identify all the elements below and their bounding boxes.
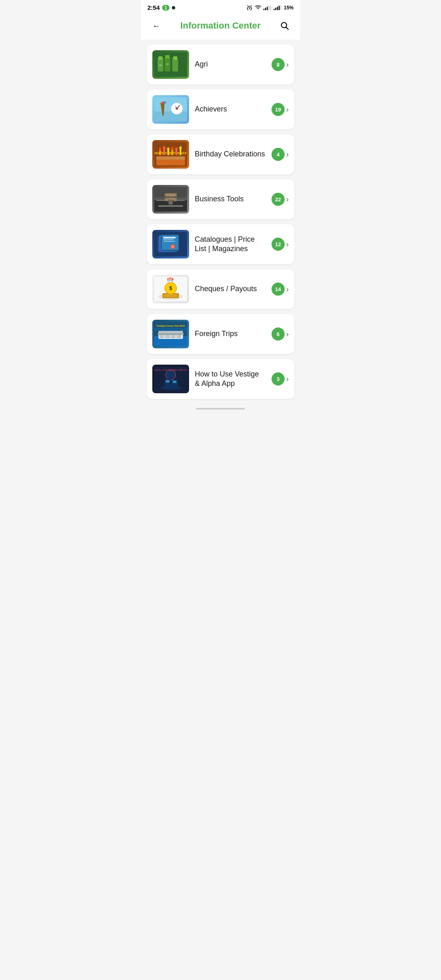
item-thumbnail-catalogues: [152, 230, 189, 258]
item-thumbnail-business: Success Ahead: [152, 185, 189, 214]
list-item-birthday[interactable]: HAPPY BIRTHDAY Birthday Celebrations 4 ›: [147, 134, 294, 174]
svg-rect-99: [171, 335, 176, 338]
item-label-foreign: Foreign Trips: [195, 329, 266, 339]
item-badge-birthday: 4: [272, 148, 285, 161]
item-thumbnail-cheques: $: [152, 275, 189, 303]
svg-point-50: [171, 147, 174, 150]
back-arrow-icon: ←: [152, 21, 160, 31]
svg-rect-13: [278, 6, 280, 10]
svg-rect-108: [166, 380, 169, 383]
svg-rect-77: [163, 294, 178, 297]
svg-line-3: [247, 5, 248, 6]
svg-rect-63: [158, 205, 183, 207]
svg-text:MAKE ALL YOUR DREAMS COME ALIV: MAKE ALL YOUR DREAMS COME ALIVE: [154, 369, 187, 371]
svg-rect-101: [154, 328, 187, 331]
status-pill: 1: [162, 5, 169, 11]
battery-text: 15%: [284, 5, 294, 11]
item-right-catalogues: 12 ›: [272, 238, 289, 251]
svg-point-51: [175, 147, 178, 151]
item-label-birthday: Birthday Celebrations: [195, 149, 266, 159]
item-badge-howto: 3: [272, 372, 285, 385]
back-button[interactable]: ←: [149, 18, 164, 33]
item-thumbnail-howto: MAKE ALL YOUR DREAMS COME ALIVE: [152, 365, 189, 393]
svg-rect-5: [263, 9, 265, 10]
item-badge-foreign: 6: [272, 327, 285, 341]
svg-rect-62: [169, 201, 173, 205]
item-badge-cheques: 14: [272, 283, 285, 296]
item-thumbnail-foreign: Vestige Cruise Trip 2019: [152, 320, 189, 348]
item-right-achievers: 19 ›: [272, 103, 289, 116]
svg-point-105: [166, 370, 176, 380]
item-thumbnail-agri: [152, 50, 189, 79]
item-label-howto: How to Use Vestige & Alpha App: [195, 370, 266, 389]
svg-rect-10: [274, 9, 275, 10]
list-item-agri[interactable]: Agri 8 ›: [147, 45, 294, 85]
category-list: Agri 8 › Achievers 19 ›: [141, 40, 300, 404]
svg-rect-7: [267, 7, 268, 10]
item-chevron-howto: ›: [286, 375, 289, 383]
list-item-foreign[interactable]: Vestige Cruise Trip 2019 Foreign Trips 6…: [147, 314, 294, 354]
svg-text:Ahead: Ahead: [168, 199, 174, 201]
list-item-catalogues[interactable]: Catalogues | Price List | Magazines 12 ›: [147, 224, 294, 264]
svg-rect-97: [159, 335, 164, 338]
svg-rect-21: [165, 55, 169, 58]
list-item-business[interactable]: Success Ahead Business Tools 22 ›: [147, 179, 294, 219]
page-title: Information Center: [164, 20, 277, 31]
item-label-achievers: Achievers: [195, 105, 266, 114]
item-label-cheques: Cheques / Payouts: [195, 284, 266, 294]
status-right: 15%: [246, 5, 294, 11]
search-button[interactable]: [277, 18, 292, 33]
svg-rect-9: [270, 5, 272, 10]
svg-rect-71: [163, 241, 175, 242]
svg-text:Success: Success: [165, 196, 177, 198]
status-time: 2:54: [147, 4, 160, 11]
list-item-cheques[interactable]: $ Cheques / Payouts 14 ›: [147, 269, 294, 309]
svg-line-4: [251, 5, 252, 6]
svg-rect-19: [158, 56, 163, 60]
svg-text:$: $: [169, 285, 172, 291]
signal-icon2: [274, 5, 282, 10]
header: ← Information Center: [141, 13, 300, 40]
svg-rect-23: [173, 56, 177, 60]
svg-rect-27: [154, 111, 187, 122]
svg-line-16: [286, 27, 289, 30]
item-chevron-agri: ›: [286, 60, 289, 69]
svg-rect-70: [163, 239, 174, 240]
svg-point-73: [171, 245, 174, 248]
item-badge-achievers: 19: [272, 103, 285, 116]
search-icon: [280, 21, 290, 31]
svg-rect-69: [163, 237, 176, 238]
svg-line-2: [249, 9, 250, 9]
list-item-achievers[interactable]: Achievers 19 ›: [147, 89, 294, 129]
wifi-icon: [255, 5, 261, 10]
item-chevron-cheques: ›: [286, 285, 289, 294]
svg-point-48: [163, 146, 165, 149]
item-right-foreign: 6 ›: [272, 327, 289, 341]
item-label-catalogues: Catalogues | Price List | Magazines: [195, 235, 266, 254]
status-bar: 2:54 1 1: [141, 0, 300, 13]
svg-rect-6: [265, 8, 266, 10]
svg-rect-24: [159, 65, 162, 66]
item-thumbnail-birthday: HAPPY BIRTHDAY: [152, 140, 189, 169]
item-right-agri: 8 ›: [272, 58, 289, 71]
svg-rect-25: [166, 63, 169, 65]
item-chevron-achievers: ›: [286, 105, 289, 114]
signal-icon: [263, 5, 272, 10]
item-thumbnail-achievers: [152, 95, 189, 124]
status-left: 2:54 1: [147, 4, 175, 11]
item-badge-agri: 8: [272, 58, 285, 71]
item-right-birthday: 4 ›: [272, 148, 289, 161]
list-item-howto[interactable]: MAKE ALL YOUR DREAMS COME ALIVE How to U…: [147, 359, 294, 399]
svg-rect-8: [268, 6, 270, 10]
svg-point-47: [159, 147, 161, 151]
svg-rect-22: [172, 58, 178, 71]
svg-text:Vestige Cruise Trip 2019: Vestige Cruise Trip 2019: [156, 325, 185, 327]
svg-rect-12: [277, 7, 278, 10]
item-right-howto: 3 ›: [272, 372, 289, 385]
item-chevron-business: ›: [286, 195, 289, 204]
item-label-agri: Agri: [195, 60, 266, 69]
status-dot: [172, 6, 175, 9]
item-right-cheques: 14 ›: [272, 283, 289, 296]
item-badge-business: 22: [272, 193, 285, 206]
svg-rect-11: [275, 8, 276, 10]
